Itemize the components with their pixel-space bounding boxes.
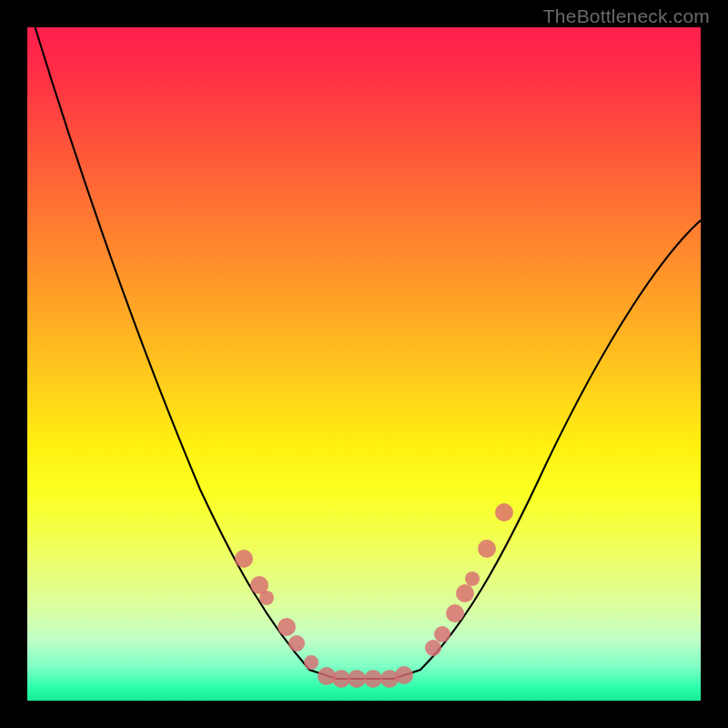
data-point bbox=[425, 640, 441, 656]
watermark-text: TheBottleneck.com bbox=[543, 5, 710, 27]
data-point bbox=[348, 670, 366, 688]
data-point bbox=[446, 604, 464, 622]
data-point bbox=[304, 655, 318, 670]
data-point bbox=[465, 571, 480, 586]
plot-area bbox=[27, 27, 701, 701]
data-point bbox=[434, 626, 450, 642]
data-point bbox=[259, 591, 274, 605]
data-point bbox=[364, 670, 382, 688]
bottleneck-curve-right bbox=[393, 220, 701, 679]
data-point bbox=[235, 550, 253, 568]
chart-frame: TheBottleneck.com bbox=[0, 0, 728, 728]
data-points bbox=[235, 503, 513, 688]
bottleneck-curve-left bbox=[27, 27, 337, 679]
data-point bbox=[278, 618, 296, 636]
data-point bbox=[495, 503, 513, 521]
data-point bbox=[478, 540, 496, 558]
data-point bbox=[456, 584, 474, 602]
curve-canvas bbox=[27, 27, 701, 701]
data-point bbox=[288, 635, 305, 652]
data-point bbox=[395, 666, 413, 684]
